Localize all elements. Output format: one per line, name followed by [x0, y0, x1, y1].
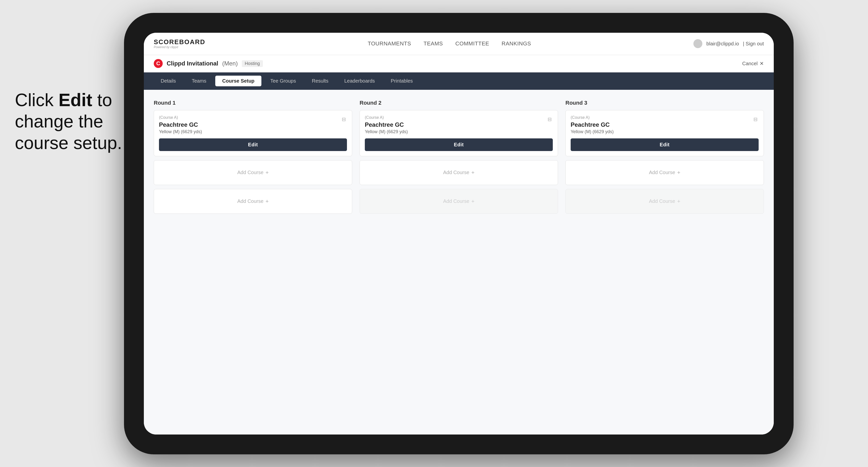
course-label-r3: (Course A)	[571, 115, 752, 120]
tournament-status: Hosting	[242, 60, 263, 67]
secondary-nav: C Clippd Invitational (Men) Hosting Canc…	[144, 55, 774, 72]
round-2-column: Round 2 (Course A) Peachtree GC Yellow (…	[360, 100, 558, 218]
annotation-bold: Edit	[59, 90, 92, 110]
tab-leaderboards[interactable]: Leaderboards	[337, 75, 382, 86]
add-course-card-r3-1[interactable]: Add Course +	[565, 160, 764, 185]
tab-details[interactable]: Details	[154, 75, 183, 86]
cancel-button[interactable]: Cancel ✕	[742, 61, 764, 66]
round-2-course-card: (Course A) Peachtree GC Yellow (M) (6629…	[360, 110, 558, 156]
course-name-r3: Peachtree GC	[571, 121, 752, 128]
cancel-label: Cancel	[742, 61, 757, 66]
round-3-column: Round 3 (Course A) Peachtree GC Yellow (…	[565, 100, 764, 218]
user-area: blair@clippd.io | Sign out	[693, 39, 764, 48]
rounds-grid: Round 1 (Course A) Peachtree GC Yellow (…	[154, 100, 764, 218]
course-card-header: (Course A) Peachtree GC Yellow (M) (6629…	[159, 115, 347, 138]
add-course-card-r1-1[interactable]: Add Course +	[154, 160, 352, 185]
nav-rankings[interactable]: RANKINGS	[502, 40, 531, 47]
nav-committee[interactable]: COMMITTEE	[455, 40, 489, 47]
round-3-course-card: (Course A) Peachtree GC Yellow (M) (6629…	[565, 110, 764, 156]
main-content: Round 1 (Course A) Peachtree GC Yellow (…	[144, 90, 774, 435]
top-nav: SCOREBOARD Powered by clippd TOURNAMENTS…	[144, 33, 774, 55]
add-course-text: Add Course +	[237, 169, 269, 176]
nav-teams[interactable]: TEAMS	[424, 40, 443, 47]
course-card-header-r3: (Course A) Peachtree GC Yellow (M) (6629…	[571, 115, 758, 138]
tab-printables[interactable]: Printables	[384, 75, 420, 86]
course-info: (Course A) Peachtree GC Yellow (M) (6629…	[159, 115, 341, 138]
delete-course-icon[interactable]: ⊟	[341, 115, 347, 123]
tab-tee-groups[interactable]: Tee Groups	[264, 75, 303, 86]
round-1-header: Round 1	[154, 100, 352, 106]
add-course-card-r3-2: Add Course +	[565, 189, 764, 214]
tournament-info: C Clippd Invitational (Men) Hosting	[154, 59, 263, 68]
tab-teams[interactable]: Teams	[185, 75, 213, 86]
add-course-card-r1-2[interactable]: Add Course +	[154, 189, 352, 214]
clippd-logo: C	[154, 59, 163, 68]
round-1-course-card: (Course A) Peachtree GC Yellow (M) (6629…	[154, 110, 352, 156]
tab-course-setup[interactable]: Course Setup	[215, 75, 261, 86]
course-name: Peachtree GC	[159, 121, 341, 128]
annotation-prefix: Click	[15, 90, 59, 110]
course-card-header-r2: (Course A) Peachtree GC Yellow (M) (6629…	[365, 115, 553, 138]
brand-name: SCOREBOARD	[154, 38, 205, 45]
tab-navigation: Details Teams Course Setup Tee Groups Re…	[144, 72, 774, 90]
tablet-device: SCOREBOARD Powered by clippd TOURNAMENTS…	[124, 13, 794, 454]
cancel-icon: ✕	[760, 61, 764, 66]
add-course-card-r2-2: Add Course +	[360, 189, 558, 214]
nav-tournaments[interactable]: TOURNAMENTS	[368, 40, 411, 47]
tablet-screen: SCOREBOARD Powered by clippd TOURNAMENTS…	[144, 33, 774, 435]
plus-icon-2: +	[266, 198, 269, 205]
user-email: blair@clippd.io	[706, 41, 739, 46]
edit-course-button-r1[interactable]: Edit	[159, 138, 347, 151]
delete-course-icon-r3[interactable]: ⊟	[752, 115, 758, 123]
sign-out-link[interactable]: | Sign out	[743, 41, 764, 46]
course-name-r2: Peachtree GC	[365, 121, 547, 128]
add-course-text-r2-2: Add Course +	[443, 198, 474, 205]
plus-icon-r3: +	[677, 169, 680, 176]
course-label: (Course A)	[159, 115, 341, 120]
edit-course-button-r3[interactable]: Edit	[571, 138, 758, 151]
add-course-text-r3: Add Course +	[649, 169, 680, 176]
add-course-text-r2: Add Course +	[443, 169, 474, 176]
brand-tagline: Powered by clippd	[154, 45, 205, 49]
tournament-gender: (Men)	[222, 60, 238, 67]
user-avatar	[693, 39, 702, 48]
course-tee-r3: Yellow (M) (6629 yds)	[571, 129, 752, 134]
edit-course-button-r2[interactable]: Edit	[365, 138, 553, 151]
round-2-header: Round 2	[360, 100, 558, 106]
plus-icon-r2-2: +	[471, 198, 474, 205]
course-info-r3: (Course A) Peachtree GC Yellow (M) (6629…	[571, 115, 752, 138]
brand: SCOREBOARD Powered by clippd	[154, 38, 205, 49]
add-course-card-r2-1[interactable]: Add Course +	[360, 160, 558, 185]
add-course-text-2: Add Course +	[237, 198, 269, 205]
main-navigation: TOURNAMENTS TEAMS COMMITTEE RANKINGS	[368, 40, 531, 47]
round-1-column: Round 1 (Course A) Peachtree GC Yellow (…	[154, 100, 352, 218]
delete-course-icon-r2[interactable]: ⊟	[547, 115, 553, 123]
tournament-name: Clippd Invitational	[167, 60, 218, 67]
course-tee: Yellow (M) (6629 yds)	[159, 129, 341, 134]
course-info-r2: (Course A) Peachtree GC Yellow (M) (6629…	[365, 115, 547, 138]
tab-results[interactable]: Results	[305, 75, 335, 86]
plus-icon: +	[266, 169, 269, 176]
add-course-text-r3-2: Add Course +	[649, 198, 680, 205]
course-tee-r2: Yellow (M) (6629 yds)	[365, 129, 547, 134]
round-3-header: Round 3	[565, 100, 764, 106]
plus-icon-r2: +	[471, 169, 474, 176]
plus-icon-r3-2: +	[677, 198, 680, 205]
course-label-r2: (Course A)	[365, 115, 547, 120]
